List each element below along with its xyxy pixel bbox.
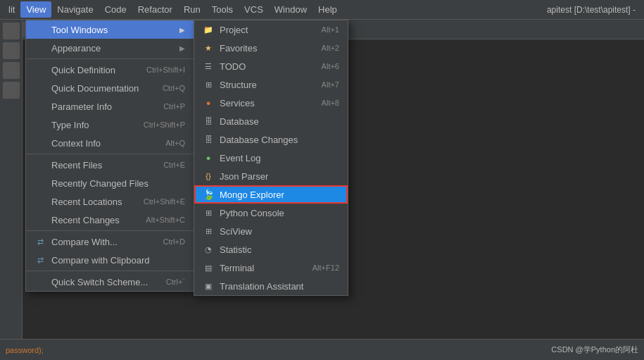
translation-icon: ▣ [203, 280, 214, 292]
tool-windows-submenu[interactable]: 📁 Project Alt+1 ★ Favorites Alt+2 ☰ TODO… [194, 20, 348, 296]
python-console-icon: ⊞ [203, 207, 214, 218]
recent-files-icon [34, 159, 46, 170]
sciview-icon: ⊞ [203, 225, 214, 237]
tw-terminal[interactable]: ▤ Terminal Alt+F12 [194, 259, 348, 277]
favorites-icon: ★ [203, 42, 214, 54]
tw-todo[interactable]: ☰ TODO Alt+6 [194, 57, 348, 75]
separator-4 [26, 271, 194, 271]
menu-item-type-info[interactable]: Type Info Ctrl+Shift+P [26, 116, 194, 134]
menu-item-view[interactable]: View [20, 1, 51, 18]
appearance-icon [34, 42, 46, 54]
separator-1 [26, 58, 194, 59]
menu-item-vcs[interactable]: VCS [239, 1, 269, 18]
menu-item-compare-clipboard[interactable]: ⇄ Compare with Clipboard [26, 251, 194, 269]
mongo-icon: 🍃 [203, 189, 214, 200]
status-text: password); [6, 346, 44, 354]
tw-mongo-explorer[interactable]: 🍃 Mongo Explorer [194, 185, 348, 204]
menu-item-quick-definition[interactable]: Quick Definition Ctrl+Shift+I [26, 61, 194, 79]
menu-item-refactor[interactable]: Refactor [132, 1, 178, 18]
toolbar-icon-1 [3, 23, 20, 39]
tw-python-console[interactable]: ⊞ Python Console [194, 204, 348, 222]
tw-database[interactable]: 🗄 Database [194, 112, 348, 130]
event-log-icon: ● [203, 152, 214, 163]
menu-item-recent-files[interactable]: Recent Files Ctrl+E [26, 156, 194, 174]
param-info-icon [34, 101, 46, 112]
toolbar-icon-2 [3, 42, 20, 59]
quick-switch-icon [34, 276, 46, 287]
todo-icon: ☰ [203, 61, 214, 72]
tw-project[interactable]: 📁 Project Alt+1 [194, 20, 348, 39]
view-menu-dropdown[interactable]: Tool Windows ▶ Appearance ▶ Quick Defini… [25, 20, 194, 292]
window-title: apitest [D:\test\apitest] - [547, 5, 641, 15]
menu-item-code[interactable]: Code [99, 1, 132, 18]
toolbar-icon-4 [3, 82, 20, 99]
menu-item-run[interactable]: Run [178, 1, 206, 18]
menu-item-lit[interactable]: lit [3, 1, 20, 18]
menu-item-recent-locations[interactable]: Recent Locations Ctrl+Shift+E [26, 192, 194, 211]
tw-db-changes[interactable]: 🗄 Database Changes [194, 130, 348, 149]
tw-statistic[interactable]: ◔ Statistic [194, 240, 348, 259]
menu-item-appearance[interactable]: Appearance ▶ [26, 39, 194, 57]
tw-favorites[interactable]: ★ Favorites Alt+2 [194, 39, 348, 57]
menu-item-tools[interactable]: Tools [206, 1, 239, 18]
tw-translation-assistant[interactable]: ▣ Translation Assistant [194, 277, 348, 295]
project-icon: 📁 [203, 24, 214, 35]
compare-clipboard-icon: ⇄ [34, 254, 46, 266]
status-brand: CSDN @学Python的阿杜 [551, 345, 638, 355]
menu-item-param-info[interactable]: Parameter Info Ctrl+P [26, 97, 194, 116]
recent-changes-icon [34, 214, 46, 225]
tw-event-log[interactable]: ● Event Log [194, 149, 348, 167]
statistic-icon: ◔ [203, 244, 214, 255]
toolbar-icon-3 [3, 62, 20, 79]
recently-changed-icon [34, 178, 46, 189]
services-icon: ● [203, 97, 214, 108]
menu-item-compare-with[interactable]: ⇄ Compare With... Ctrl+D [26, 232, 194, 251]
menu-item-quick-doc[interactable]: Quick Documentation Ctrl+Q [26, 79, 194, 97]
recent-locations-icon [34, 196, 46, 207]
quick-doc-icon [34, 82, 46, 94]
menu-bar: lit View Navigate Code Refactor Run Tool… [0, 0, 644, 20]
menu-item-quick-switch[interactable]: Quick Switch Scheme... Ctrl+` [26, 273, 194, 291]
tool-windows-icon [34, 24, 46, 35]
submenu-arrow: ▶ [179, 26, 185, 34]
menu-item-navigate[interactable]: Navigate [51, 1, 99, 18]
database-icon: 🗄 [203, 116, 214, 127]
separator-3 [26, 230, 194, 231]
db-changes-icon: 🗄 [203, 134, 214, 145]
appearance-arrow: ▶ [179, 44, 185, 52]
menu-item-recent-changes[interactable]: Recent Changes Alt+Shift+C [26, 211, 194, 229]
menu-item-window[interactable]: Window [269, 1, 312, 18]
compare-with-icon: ⇄ [34, 236, 46, 247]
context-info-icon [34, 137, 46, 149]
menu-item-context-info[interactable]: Context Info Alt+Q [26, 134, 194, 152]
tw-structure[interactable]: ⊞ Structure Alt+7 [194, 75, 348, 94]
menu-item-tool-windows[interactable]: Tool Windows ▶ [26, 20, 194, 39]
menu-item-recently-changed[interactable]: Recently Changed Files [26, 174, 194, 192]
tw-services[interactable]: ● Services Alt+8 [194, 94, 348, 112]
quick-definition-icon [34, 64, 46, 75]
json-parser-icon: {} [203, 170, 214, 182]
status-bar: password); CSDN @学Python的阿杜 [0, 339, 644, 360]
menu-item-help[interactable]: Help [312, 1, 343, 18]
separator-2 [26, 154, 194, 154]
type-info-icon [34, 119, 46, 130]
tw-json-parser[interactable]: {} Json Parser [194, 167, 348, 185]
tw-sciview[interactable]: ⊞ SciView [194, 222, 348, 240]
structure-icon: ⊞ [203, 79, 214, 90]
terminal-icon: ▤ [203, 262, 214, 273]
left-toolbar [0, 20, 23, 360]
